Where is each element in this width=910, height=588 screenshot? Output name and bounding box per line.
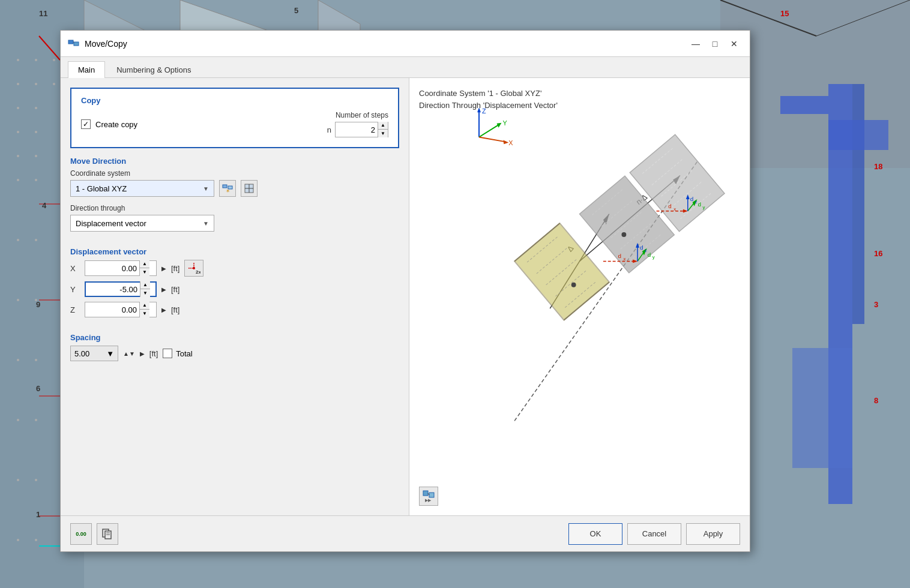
title-controls: — □ ✕	[687, 35, 743, 52]
results-icon[interactable]: 0.00	[70, 523, 92, 545]
diagram-svg: Z Y X Δ	[409, 78, 750, 515]
svg-point-22	[35, 131, 37, 133]
x-value[interactable]: 0.00	[85, 264, 139, 273]
close-button[interactable]: ✕	[726, 35, 743, 52]
spacing-label: Spacing	[70, 333, 399, 342]
total-label: Total	[176, 349, 192, 358]
coord-system-group: Coordinate system 1 - Global XYZ ▼ ☀	[70, 169, 399, 197]
y-vector-row: Y -5.00 ▲ ▼ ▶ [ft]	[70, 281, 399, 297]
total-checkbox[interactable]	[163, 349, 172, 358]
svg-point-15	[53, 59, 55, 61]
copy-row: ✓ Create copy Number of steps n 2 ▲ ▼	[81, 111, 388, 137]
x-unit: [ft]	[171, 264, 179, 273]
create-copy-label[interactable]: ✓ Create copy	[81, 119, 137, 129]
diagram-settings-button[interactable]: ▶▶	[419, 487, 438, 506]
coord-pick-button[interactable]	[241, 180, 258, 197]
z-value-spinner: 0.00 ▲ ▼	[85, 302, 157, 317]
copy-results-icon[interactable]	[97, 523, 118, 545]
tab-main[interactable]: Main	[68, 61, 105, 78]
svg-text:d: d	[618, 253, 621, 259]
svg-line-64	[479, 137, 505, 142]
maximize-button[interactable]: □	[707, 35, 723, 52]
bg-num-3: 3	[874, 300, 878, 309]
y-arrow-icon[interactable]: ▶	[161, 286, 166, 293]
svg-text:d: d	[668, 203, 671, 209]
coord-system-dropdown[interactable]: 1 - Global XYZ ▼	[70, 180, 214, 197]
total-checkbox-group[interactable]: Total	[163, 349, 192, 358]
steps-increment[interactable]: ▲	[378, 122, 388, 130]
y-value-spinner: -5.00 ▲ ▼	[85, 281, 157, 297]
x-decrement[interactable]: ▼	[140, 268, 149, 276]
minimize-button[interactable]: —	[687, 35, 704, 52]
x-increment[interactable]: ▲	[140, 260, 149, 268]
y-value[interactable]: -5.00	[86, 285, 140, 294]
svg-point-23	[17, 155, 19, 157]
coord-new-button[interactable]: ☀	[219, 180, 236, 197]
spacing-dropdown[interactable]: 5.00 ▼	[70, 346, 118, 361]
direction-through-dropdown[interactable]: Displacement vector ▼	[70, 215, 214, 232]
svg-point-13	[17, 59, 19, 61]
z-decrement[interactable]: ▼	[140, 310, 149, 317]
svg-marker-59	[477, 107, 481, 112]
y-increment[interactable]: ▲	[140, 281, 150, 289]
apply-button[interactable]: Apply	[686, 523, 740, 545]
bg-num-18: 18	[874, 162, 882, 171]
ok-button[interactable]: OK	[568, 523, 622, 545]
move-direction-title: Move Direction	[70, 157, 399, 166]
cancel-button[interactable]: Cancel	[627, 523, 681, 545]
y-axis-label: Y	[70, 285, 80, 294]
svg-point-34	[35, 419, 37, 421]
svg-point-26	[35, 179, 37, 181]
svg-point-16	[17, 83, 19, 85]
steps-decrement[interactable]: ▼	[378, 130, 388, 137]
create-copy-checkbox[interactable]: ✓	[81, 119, 91, 129]
x-spin-buttons: ▲ ▼	[139, 260, 149, 276]
copy-section: Copy ✓ Create copy Number of steps n 2	[70, 88, 399, 148]
bg-num-4: 4	[42, 201, 46, 210]
bg-num-16: 16	[874, 249, 882, 258]
copy-section-title: Copy	[81, 96, 388, 105]
z-increment[interactable]: ▲	[140, 302, 149, 310]
svg-text:☀: ☀	[226, 188, 230, 194]
z-axis-label: Z	[70, 305, 80, 314]
spacing-arrow-icon[interactable]: ▶	[140, 350, 145, 357]
svg-point-32	[35, 359, 37, 361]
svg-rect-11	[828, 120, 888, 150]
svg-text:d: d	[690, 196, 693, 202]
vector-pick-button[interactable]: 2x	[184, 260, 203, 277]
tab-numbering[interactable]: Numbering & Options	[106, 61, 201, 78]
bg-num-6: 6	[36, 384, 40, 393]
y-decrement[interactable]: ▼	[140, 289, 150, 297]
bg-num-8: 8	[874, 396, 878, 405]
bg-num-15: 15	[780, 9, 789, 18]
x-axis-label: X	[70, 264, 80, 273]
chevron-down-icon: ▼	[203, 185, 209, 192]
results-icon-label: 0.00	[76, 531, 86, 537]
bottom-bar: 0.00 OK Cancel Apply	[61, 515, 750, 551]
chevron-down-icon-2: ▼	[203, 220, 209, 227]
x-arrow-icon[interactable]: ▶	[161, 265, 166, 272]
direction-through-row: Displacement vector ▼	[70, 215, 399, 232]
bottom-right: OK Cancel Apply	[568, 523, 740, 545]
svg-text:2x: 2x	[196, 269, 200, 275]
bg-num-9: 9	[36, 300, 40, 309]
svg-point-37	[17, 539, 19, 541]
left-panel: Copy ✓ Create copy Number of steps n 2	[61, 78, 409, 515]
z-value[interactable]: 0.00	[85, 305, 139, 314]
svg-point-24	[35, 155, 37, 157]
dialog: Move/Copy — □ ✕ Main Numbering & Options…	[60, 30, 750, 552]
spacing-increment-icon[interactable]: ▲▼	[123, 350, 135, 357]
z-unit: [ft]	[171, 305, 179, 314]
steps-spin-buttons: ▲ ▼	[378, 122, 388, 137]
svg-point-14	[35, 59, 37, 61]
z-arrow-icon[interactable]: ▶	[161, 307, 166, 313]
x-value-spinner: 0.00 ▲ ▼	[85, 260, 157, 276]
svg-point-31	[17, 359, 19, 361]
svg-point-18	[53, 83, 55, 85]
svg-text:Z: Z	[482, 107, 486, 115]
svg-text:d: d	[648, 251, 651, 258]
svg-text:y: y	[652, 254, 655, 260]
svg-point-25	[17, 179, 19, 181]
steps-label: Number of steps	[336, 111, 388, 119]
svg-marker-65	[503, 140, 508, 144]
